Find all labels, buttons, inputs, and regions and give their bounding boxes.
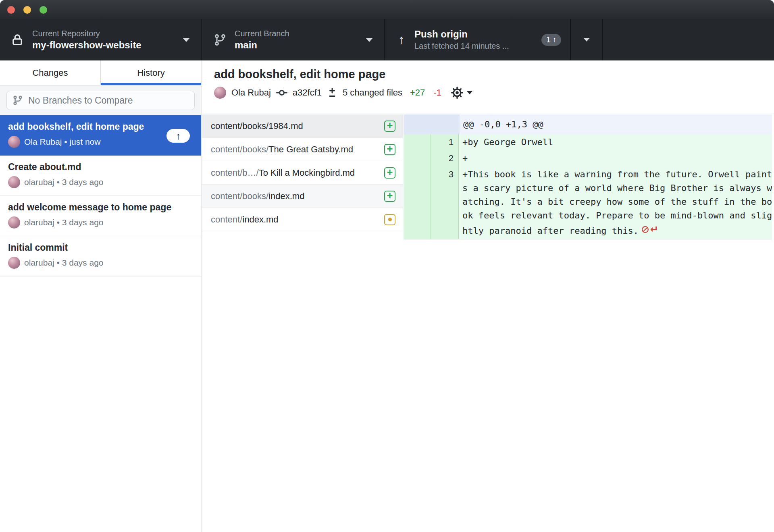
new-line-number: 3 (431, 166, 459, 239)
diff-line-row[interactable]: 3 +This book is like a warning from the … (404, 166, 772, 239)
new-line-number: 1 (431, 134, 459, 150)
lock-icon (10, 33, 24, 47)
commit-detail-header: add bookshelf, edit home page Ola Rubaj … (202, 60, 774, 114)
minimize-window-button[interactable] (23, 6, 31, 14)
file-name: index.md (242, 214, 278, 225)
changed-file-row[interactable]: content/b…/To Kill a Mockingbird.md (202, 161, 403, 185)
commit-sha[interactable]: a32fcf1 (293, 87, 322, 98)
diff-line-code: +by George Orwell (459, 134, 772, 150)
commit-list-item[interactable]: add bookshelf, edit home page Ola Rubaj … (0, 115, 201, 156)
chevron-down-icon (366, 38, 372, 42)
toolbar: Current Repository my-flowershow-website… (0, 19, 774, 60)
file-name: 1984.md (268, 121, 303, 131)
commit-title: add welcome message to home page (8, 202, 193, 213)
diff-line-row[interactable]: 2 + (404, 150, 772, 166)
titlebar (0, 0, 774, 19)
tab-label: Changes (32, 68, 68, 78)
file-status-icon (384, 121, 395, 132)
file-status-icon (384, 167, 395, 179)
diff-pane: @@ -0,0 +1,3 @@ 1 +by George Orwell (404, 114, 774, 532)
push-origin-button[interactable]: ↑ Push origin Last fetched 14 minutes ..… (385, 19, 571, 60)
file-name: The Great Gatsby.md (268, 144, 353, 155)
push-title: Push origin (414, 28, 509, 40)
current-branch-button[interactable]: Current Branch main (202, 19, 385, 60)
diff-added-block: 1 +by George Orwell 2 + (404, 134, 772, 239)
commit-author: Ola Rubaj (231, 87, 271, 98)
chevron-down-icon (467, 91, 472, 94)
push-options-button[interactable] (571, 19, 603, 60)
commit-list-item[interactable]: Initial commit olarubaj • 3 days ago (0, 236, 201, 276)
changed-file-row[interactable]: content/index.md (202, 208, 403, 231)
diff-options-button[interactable] (451, 86, 472, 99)
commit-title: Initial commit (8, 242, 193, 253)
commit-meta: olarubaj • 3 days ago (8, 176, 193, 188)
current-repository-button[interactable]: Current Repository my-flowershow-website (0, 19, 202, 60)
file-path: content/books/ (211, 144, 268, 155)
diff-line-text: + (462, 153, 468, 163)
arrow-up-icon: ↑ (553, 35, 556, 44)
tab-label: History (137, 68, 164, 78)
file-path: content/books/ (211, 121, 268, 131)
toolbar-spacer (603, 19, 774, 60)
commit-author-time: olarubaj • 3 days ago (24, 258, 104, 268)
git-commit-icon (276, 87, 287, 98)
file-status-icon (384, 191, 395, 202)
branch-name: main (235, 39, 289, 51)
file-path: content/ (211, 214, 242, 225)
push-labels: Push origin Last fetched 14 minutes ... (414, 28, 509, 51)
tab[interactable]: History (100, 60, 201, 85)
avatar (8, 257, 20, 269)
diff-line-text: +by George Orwell (462, 137, 553, 147)
changed-file-row[interactable]: content/books/index.md (202, 185, 403, 208)
commit-history-list: add bookshelf, edit home page Ola Rubaj … (0, 115, 201, 276)
avatar (214, 87, 226, 99)
sidebar: Changes History No (0, 60, 202, 532)
branch-labels: Current Branch main (235, 29, 289, 51)
push-commit-button[interactable]: ↑ (166, 129, 190, 143)
return-arrow-icon: ↵ (650, 222, 658, 236)
commit-meta: Ola Rubaj • just now (8, 136, 193, 148)
avatar (8, 216, 20, 229)
old-line-number (404, 166, 431, 239)
avatar (8, 136, 20, 148)
push-count: 1 (546, 35, 551, 44)
commit-list-item[interactable]: add welcome message to home page olaruba… (0, 196, 201, 236)
diff-line-row[interactable]: 1 +by George Orwell (404, 134, 772, 150)
deletions-count: -1 (433, 87, 441, 98)
commit-meta: olarubaj • 3 days ago (8, 216, 193, 229)
diff-line-text: +This book is like a warning from the fu… (462, 169, 772, 236)
commit-author-time: olarubaj • 3 days ago (24, 218, 104, 227)
sidebar-tabs: Changes History (0, 60, 201, 85)
repository-label: Current Repository (32, 29, 141, 38)
commit-title: Create about.md (8, 161, 193, 172)
file-path: content/books/ (211, 191, 268, 202)
repository-labels: Current Repository my-flowershow-website (32, 29, 141, 51)
commit-detail-meta: Ola Rubaj a32fcf1 5 changed files +27 -1 (214, 86, 774, 99)
changed-files-list: content/books/1984.md content/books/The … (202, 114, 403, 532)
file-name: To Kill a Mockingbird.md (259, 168, 355, 178)
push-subtitle: Last fetched 14 minutes ... (414, 41, 509, 51)
branch-compare-input[interactable]: No Branches to Compare (6, 91, 195, 110)
app-window: Current Repository my-flowershow-website… (0, 0, 774, 532)
branch-label: Current Branch (235, 29, 289, 38)
close-window-button[interactable] (7, 6, 15, 14)
commit-author-time: Ola Rubaj • just now (24, 137, 100, 147)
arrow-up-icon: ↑ (398, 32, 405, 47)
old-line-number (404, 150, 431, 166)
branch-compare-area: No Branches to Compare (0, 85, 201, 115)
file-name: index.md (268, 191, 304, 202)
git-branch-icon (12, 95, 23, 106)
file-status-icon (384, 144, 395, 155)
zoom-window-button[interactable] (40, 6, 47, 14)
changed-file-row[interactable]: content/books/The Great Gatsby.md (202, 138, 403, 161)
diff-plus-minus-icon (327, 87, 337, 98)
diff-content: @@ -0,0 +1,3 @@ 1 +by George Orwell (404, 114, 772, 239)
traffic-lights (7, 0, 47, 19)
diff-line-code: +This book is like a warning from the fu… (459, 166, 772, 239)
tab[interactable]: Changes (0, 60, 100, 85)
changed-files-count: 5 changed files (343, 87, 402, 98)
commit-list-item[interactable]: Create about.md olarubaj • 3 days ago (0, 156, 201, 196)
hunk-header-text: @@ -0,0 +1,3 @@ (460, 114, 772, 134)
git-branch-icon (214, 33, 227, 46)
changed-file-row[interactable]: content/books/1984.md (202, 114, 403, 138)
